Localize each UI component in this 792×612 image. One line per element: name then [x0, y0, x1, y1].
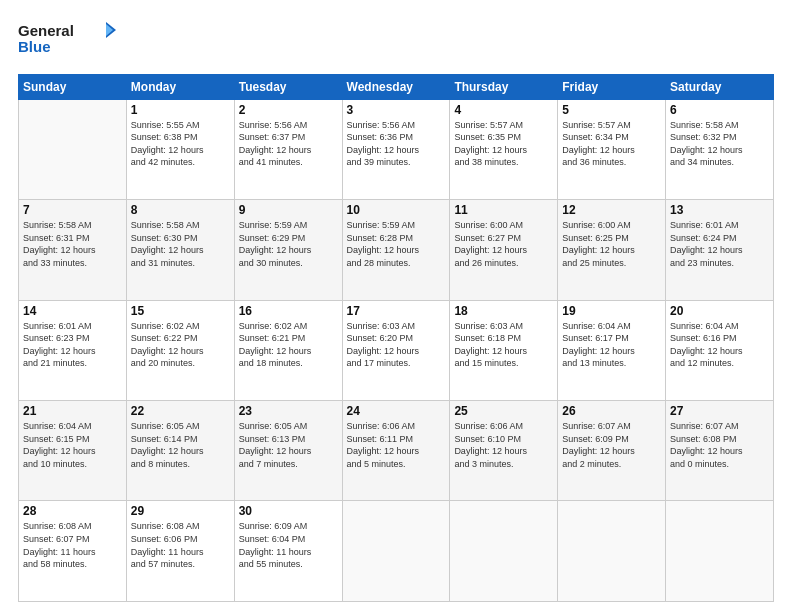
day-info: Sunrise: 6:07 AM Sunset: 6:09 PM Dayligh…: [562, 420, 661, 470]
day-number: 18: [454, 304, 553, 318]
day-info: Sunrise: 6:02 AM Sunset: 6:22 PM Dayligh…: [131, 320, 230, 370]
calendar-day-29: 29Sunrise: 6:08 AM Sunset: 6:06 PM Dayli…: [126, 501, 234, 602]
logo-text-block: General Blue: [18, 18, 128, 64]
calendar-day-26: 26Sunrise: 6:07 AM Sunset: 6:09 PM Dayli…: [558, 401, 666, 501]
calendar-week-row: 14Sunrise: 6:01 AM Sunset: 6:23 PM Dayli…: [19, 300, 774, 400]
calendar-day-7: 7Sunrise: 5:58 AM Sunset: 6:31 PM Daylig…: [19, 200, 127, 300]
day-info: Sunrise: 6:08 AM Sunset: 6:06 PM Dayligh…: [131, 520, 230, 570]
day-number: 22: [131, 404, 230, 418]
day-number: 4: [454, 103, 553, 117]
day-info: Sunrise: 6:05 AM Sunset: 6:13 PM Dayligh…: [239, 420, 338, 470]
day-info: Sunrise: 6:03 AM Sunset: 6:18 PM Dayligh…: [454, 320, 553, 370]
weekday-tuesday: Tuesday: [234, 74, 342, 99]
empty-cell: [666, 501, 774, 602]
calendar-day-24: 24Sunrise: 6:06 AM Sunset: 6:11 PM Dayli…: [342, 401, 450, 501]
day-info: Sunrise: 6:09 AM Sunset: 6:04 PM Dayligh…: [239, 520, 338, 570]
day-number: 12: [562, 203, 661, 217]
weekday-saturday: Saturday: [666, 74, 774, 99]
calendar-day-23: 23Sunrise: 6:05 AM Sunset: 6:13 PM Dayli…: [234, 401, 342, 501]
weekday-sunday: Sunday: [19, 74, 127, 99]
calendar-week-row: 28Sunrise: 6:08 AM Sunset: 6:07 PM Dayli…: [19, 501, 774, 602]
day-info: Sunrise: 6:02 AM Sunset: 6:21 PM Dayligh…: [239, 320, 338, 370]
svg-text:Blue: Blue: [18, 38, 51, 55]
calendar-day-12: 12Sunrise: 6:00 AM Sunset: 6:25 PM Dayli…: [558, 200, 666, 300]
calendar-day-21: 21Sunrise: 6:04 AM Sunset: 6:15 PM Dayli…: [19, 401, 127, 501]
day-number: 11: [454, 203, 553, 217]
calendar-day-10: 10Sunrise: 5:59 AM Sunset: 6:28 PM Dayli…: [342, 200, 450, 300]
calendar-day-20: 20Sunrise: 6:04 AM Sunset: 6:16 PM Dayli…: [666, 300, 774, 400]
day-number: 10: [347, 203, 446, 217]
day-info: Sunrise: 5:59 AM Sunset: 6:29 PM Dayligh…: [239, 219, 338, 269]
day-number: 2: [239, 103, 338, 117]
day-number: 14: [23, 304, 122, 318]
day-info: Sunrise: 6:05 AM Sunset: 6:14 PM Dayligh…: [131, 420, 230, 470]
day-info: Sunrise: 5:58 AM Sunset: 6:32 PM Dayligh…: [670, 119, 769, 169]
day-info: Sunrise: 6:00 AM Sunset: 6:27 PM Dayligh…: [454, 219, 553, 269]
day-number: 20: [670, 304, 769, 318]
calendar-day-17: 17Sunrise: 6:03 AM Sunset: 6:20 PM Dayli…: [342, 300, 450, 400]
day-number: 26: [562, 404, 661, 418]
calendar-week-row: 21Sunrise: 6:04 AM Sunset: 6:15 PM Dayli…: [19, 401, 774, 501]
calendar-day-30: 30Sunrise: 6:09 AM Sunset: 6:04 PM Dayli…: [234, 501, 342, 602]
calendar-day-16: 16Sunrise: 6:02 AM Sunset: 6:21 PM Dayli…: [234, 300, 342, 400]
empty-cell: [19, 99, 127, 199]
day-number: 17: [347, 304, 446, 318]
calendar-day-14: 14Sunrise: 6:01 AM Sunset: 6:23 PM Dayli…: [19, 300, 127, 400]
day-number: 28: [23, 504, 122, 518]
day-number: 19: [562, 304, 661, 318]
calendar-day-11: 11Sunrise: 6:00 AM Sunset: 6:27 PM Dayli…: [450, 200, 558, 300]
day-number: 7: [23, 203, 122, 217]
day-info: Sunrise: 5:55 AM Sunset: 6:38 PM Dayligh…: [131, 119, 230, 169]
calendar-day-2: 2Sunrise: 5:56 AM Sunset: 6:37 PM Daylig…: [234, 99, 342, 199]
day-number: 21: [23, 404, 122, 418]
page: General Blue SundayMondayTuesdayWednesda…: [0, 0, 792, 612]
day-info: Sunrise: 6:04 AM Sunset: 6:15 PM Dayligh…: [23, 420, 122, 470]
day-number: 23: [239, 404, 338, 418]
day-number: 25: [454, 404, 553, 418]
day-info: Sunrise: 5:58 AM Sunset: 6:31 PM Dayligh…: [23, 219, 122, 269]
day-info: Sunrise: 6:01 AM Sunset: 6:24 PM Dayligh…: [670, 219, 769, 269]
day-number: 16: [239, 304, 338, 318]
calendar-day-19: 19Sunrise: 6:04 AM Sunset: 6:17 PM Dayli…: [558, 300, 666, 400]
calendar-day-13: 13Sunrise: 6:01 AM Sunset: 6:24 PM Dayli…: [666, 200, 774, 300]
day-info: Sunrise: 5:57 AM Sunset: 6:35 PM Dayligh…: [454, 119, 553, 169]
day-info: Sunrise: 6:03 AM Sunset: 6:20 PM Dayligh…: [347, 320, 446, 370]
weekday-friday: Friday: [558, 74, 666, 99]
day-info: Sunrise: 6:04 AM Sunset: 6:17 PM Dayligh…: [562, 320, 661, 370]
day-number: 9: [239, 203, 338, 217]
calendar-day-18: 18Sunrise: 6:03 AM Sunset: 6:18 PM Dayli…: [450, 300, 558, 400]
day-info: Sunrise: 6:06 AM Sunset: 6:10 PM Dayligh…: [454, 420, 553, 470]
day-number: 15: [131, 304, 230, 318]
empty-cell: [558, 501, 666, 602]
calendar-day-22: 22Sunrise: 6:05 AM Sunset: 6:14 PM Dayli…: [126, 401, 234, 501]
day-number: 29: [131, 504, 230, 518]
day-number: 24: [347, 404, 446, 418]
calendar-day-25: 25Sunrise: 6:06 AM Sunset: 6:10 PM Dayli…: [450, 401, 558, 501]
day-info: Sunrise: 6:07 AM Sunset: 6:08 PM Dayligh…: [670, 420, 769, 470]
calendar-day-3: 3Sunrise: 5:56 AM Sunset: 6:36 PM Daylig…: [342, 99, 450, 199]
day-info: Sunrise: 6:06 AM Sunset: 6:11 PM Dayligh…: [347, 420, 446, 470]
day-info: Sunrise: 5:58 AM Sunset: 6:30 PM Dayligh…: [131, 219, 230, 269]
weekday-wednesday: Wednesday: [342, 74, 450, 99]
calendar-day-15: 15Sunrise: 6:02 AM Sunset: 6:22 PM Dayli…: [126, 300, 234, 400]
empty-cell: [450, 501, 558, 602]
svg-text:General: General: [18, 22, 74, 39]
header: General Blue: [18, 18, 774, 64]
day-info: Sunrise: 5:56 AM Sunset: 6:36 PM Dayligh…: [347, 119, 446, 169]
logo: General Blue: [18, 18, 128, 64]
day-number: 27: [670, 404, 769, 418]
day-number: 1: [131, 103, 230, 117]
day-info: Sunrise: 5:56 AM Sunset: 6:37 PM Dayligh…: [239, 119, 338, 169]
calendar-day-9: 9Sunrise: 5:59 AM Sunset: 6:29 PM Daylig…: [234, 200, 342, 300]
calendar-day-5: 5Sunrise: 5:57 AM Sunset: 6:34 PM Daylig…: [558, 99, 666, 199]
calendar-week-row: 1Sunrise: 5:55 AM Sunset: 6:38 PM Daylig…: [19, 99, 774, 199]
calendar-day-8: 8Sunrise: 5:58 AM Sunset: 6:30 PM Daylig…: [126, 200, 234, 300]
weekday-thursday: Thursday: [450, 74, 558, 99]
day-number: 13: [670, 203, 769, 217]
day-info: Sunrise: 6:01 AM Sunset: 6:23 PM Dayligh…: [23, 320, 122, 370]
day-info: Sunrise: 6:00 AM Sunset: 6:25 PM Dayligh…: [562, 219, 661, 269]
weekday-header-row: SundayMondayTuesdayWednesdayThursdayFrid…: [19, 74, 774, 99]
day-info: Sunrise: 5:57 AM Sunset: 6:34 PM Dayligh…: [562, 119, 661, 169]
logo-svg: General Blue: [18, 18, 128, 60]
calendar-day-28: 28Sunrise: 6:08 AM Sunset: 6:07 PM Dayli…: [19, 501, 127, 602]
